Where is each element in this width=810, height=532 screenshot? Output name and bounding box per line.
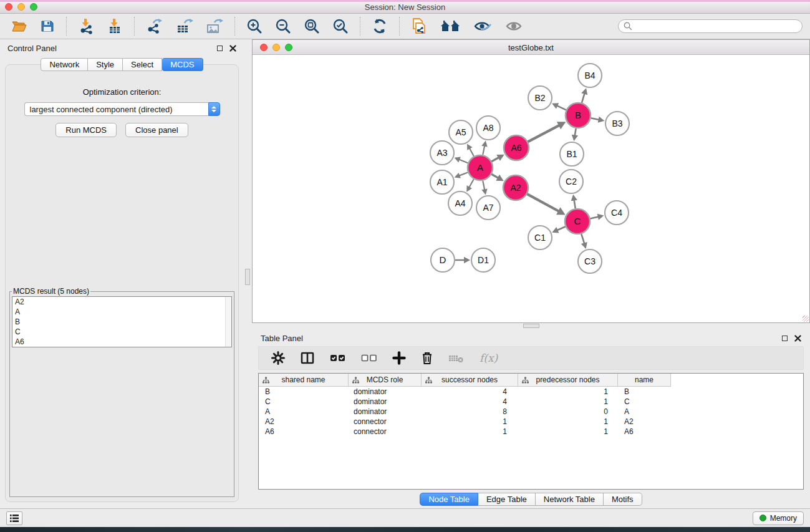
tab-style[interactable]: Style — [88, 58, 123, 71]
table-cell[interactable]: 8 — [422, 407, 518, 416]
table-cell[interactable]: 1 — [518, 417, 618, 426]
splitter-handle[interactable] — [245, 269, 250, 285]
zoom-selected-button[interactable] — [330, 17, 351, 36]
column-layout-button[interactable] — [300, 351, 315, 365]
import-network-icon — [78, 18, 94, 34]
table-cell[interactable]: 0 — [518, 407, 618, 416]
search-input[interactable] — [635, 22, 797, 31]
graph-edge-A-A8 — [483, 147, 485, 155]
float-table-panel-button[interactable] — [782, 336, 788, 341]
column-header-label: MCDS role — [349, 375, 421, 384]
delete-column-button[interactable] — [421, 351, 433, 365]
tab-edge-table[interactable]: Edge Table — [478, 493, 536, 506]
splitter-handle[interactable] — [523, 324, 539, 328]
mcds-result-item[interactable]: A6 — [12, 337, 231, 347]
column-header[interactable]: predecessor nodes — [518, 374, 618, 387]
graph-edge-B-B2 — [557, 106, 566, 110]
table-cell[interactable]: 1 — [422, 417, 518, 426]
network-canvas[interactable]: B4B2BB3A5A8A6A3B1AA1C2A2A4A7C4CC1DD1C3 — [253, 55, 809, 322]
mcds-result-list[interactable]: A2ABCA6 — [12, 296, 232, 347]
table-settings-button[interactable] — [271, 351, 285, 365]
table-cell[interactable]: A — [618, 407, 671, 416]
tab-network-table[interactable]: Network Table — [536, 493, 604, 506]
table-cell[interactable]: A2 — [618, 417, 671, 426]
column-type-icon — [263, 377, 269, 384]
table-cell[interactable]: dominator — [349, 387, 422, 396]
table-row[interactable]: Bdominator41B — [259, 387, 803, 397]
memory-button[interactable]: Memory — [753, 511, 804, 525]
mcds-result-item[interactable]: A — [12, 307, 231, 317]
graph-edge-C-C2 — [574, 201, 576, 208]
import-network-button[interactable] — [75, 17, 97, 36]
table-cell[interactable]: 4 — [422, 397, 518, 406]
table-row[interactable]: Adominator80A — [259, 407, 803, 417]
table-cell[interactable]: connector — [349, 427, 422, 436]
table-cell[interactable]: 1 — [422, 427, 518, 436]
deselect-all-columns-button[interactable] — [361, 352, 377, 364]
zoom-in-button[interactable] — [244, 17, 265, 36]
tab-network[interactable]: Network — [41, 58, 88, 71]
vertical-splitter[interactable] — [244, 39, 252, 508]
show-graphics-details-button[interactable] — [471, 17, 494, 35]
horizontal-splitter[interactable] — [252, 323, 810, 329]
tab-motifs[interactable]: Motifs — [604, 493, 642, 506]
table-cell[interactable]: B — [259, 387, 349, 396]
apply-layout-button[interactable] — [369, 17, 390, 36]
table-cell[interactable]: C — [618, 397, 671, 406]
create-column-button[interactable] — [392, 351, 406, 365]
zoom-fit-button[interactable] — [301, 17, 322, 36]
table-cell[interactable]: 1 — [518, 397, 618, 406]
table-cell[interactable]: A6 — [259, 427, 349, 436]
save-session-button[interactable] — [37, 17, 57, 35]
close-panel-button[interactable] — [229, 45, 236, 52]
select-all-columns-button[interactable] — [330, 352, 346, 364]
table-cell[interactable]: 1 — [518, 387, 618, 396]
mcds-result-item[interactable]: C — [12, 327, 231, 337]
table-cell[interactable]: 1 — [518, 427, 618, 436]
close-panel-action-button[interactable]: Close panel — [125, 123, 188, 137]
open-session-button[interactable] — [9, 17, 30, 35]
column-header[interactable]: successor nodes — [422, 374, 518, 387]
mcds-result-item[interactable]: A2 — [12, 297, 231, 307]
table-cell[interactable]: A6 — [618, 427, 671, 436]
table-cell[interactable]: dominator — [349, 397, 422, 406]
close-table-panel-button[interactable] — [794, 335, 801, 342]
column-header[interactable]: name — [618, 374, 671, 387]
first-neighbors-button[interactable] — [437, 17, 463, 35]
main-area: Control Panel Network Style Select MCDS — [0, 39, 810, 508]
export-network-button[interactable] — [143, 17, 166, 36]
export-table-button[interactable] — [173, 17, 196, 36]
tab-mcds[interactable]: MCDS — [162, 58, 203, 71]
table-cell[interactable]: 4 — [422, 387, 518, 396]
network-from-selection-button[interactable] — [408, 16, 430, 36]
column-header[interactable]: shared name — [259, 374, 349, 387]
mcds-result-item[interactable]: B — [12, 317, 231, 327]
tab-node-table[interactable]: Node Table — [420, 493, 478, 506]
tab-select[interactable]: Select — [123, 58, 162, 71]
export-image-button[interactable] — [203, 17, 226, 36]
float-panel-button[interactable] — [217, 46, 223, 51]
table-tabs: Node Table Edge Table Network Table Moti… — [252, 490, 810, 508]
trash-icon — [421, 351, 433, 365]
import-table-button[interactable] — [104, 17, 125, 36]
table-row[interactable]: A6connector11A6 — [259, 427, 803, 437]
criterion-dropdown[interactable]: largest connected component (directed) — [24, 102, 220, 116]
task-history-button[interactable] — [6, 511, 22, 525]
network-graph[interactable]: B4B2BB3A5A8A6A3B1AA1C2A2A4A7C4CC1DD1C3 — [253, 55, 809, 322]
table-cell[interactable]: connector — [349, 417, 422, 426]
run-mcds-button[interactable]: Run MCDS — [55, 123, 117, 137]
table-cell[interactable]: C — [259, 397, 349, 406]
table-row[interactable]: A2connector11A2 — [259, 417, 803, 427]
hide-graphics-details-button[interactable] — [502, 17, 526, 35]
edge-arrowhead — [572, 135, 578, 142]
graph-edge-A6-B — [528, 125, 559, 142]
zoom-out-button[interactable] — [272, 17, 294, 36]
node-table: shared nameMCDS rolesuccessor nodesprede… — [258, 373, 804, 490]
column-header[interactable]: MCDS role — [349, 374, 422, 387]
table-row[interactable]: Cdominator41C — [259, 397, 803, 407]
column-type-icon — [522, 377, 529, 384]
table-cell[interactable]: A — [259, 407, 349, 416]
table-cell[interactable]: B — [618, 387, 671, 396]
table-cell[interactable]: A2 — [259, 417, 349, 426]
table-cell[interactable]: dominator — [349, 407, 422, 416]
